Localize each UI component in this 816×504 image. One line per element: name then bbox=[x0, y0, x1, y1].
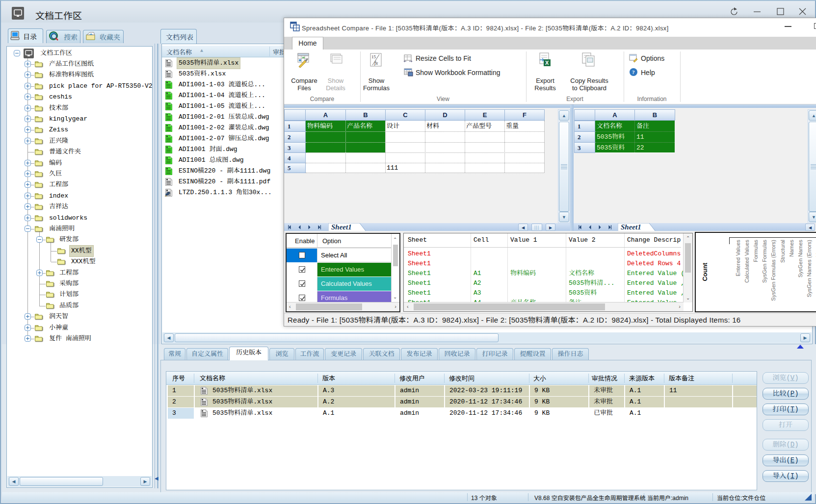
svg-text:15: 15 bbox=[371, 54, 376, 59]
svg-text:?: ? bbox=[632, 69, 635, 75]
svg-text:X: X bbox=[545, 60, 549, 66]
